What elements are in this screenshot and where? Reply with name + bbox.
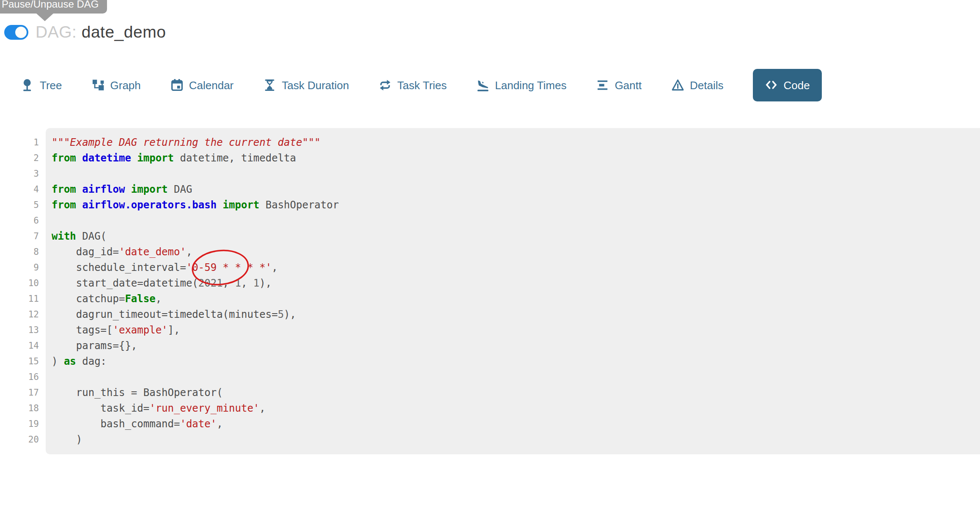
code-line: ) as dag: [52,354,980,369]
code-brackets-icon [765,79,778,92]
dag-header: DAG: date_demo [4,22,166,42]
line-number: 5 [0,197,46,213]
code-line: ) [52,432,980,448]
line-number: 13 [0,322,46,338]
dag-name: date_demo [82,23,166,41]
line-number: 4 [0,182,46,197]
code-line: dag_id='date_demo', [52,244,980,260]
tab-graph[interactable]: Graph [92,79,141,92]
code-line: with DAG( [52,229,980,244]
line-number: 17 [0,385,46,401]
code-line [52,166,980,182]
tab-label: Details [690,80,723,91]
pause-unpause-tooltip: Pause/Unpause DAG [0,0,107,14]
line-number: 14 [0,338,46,354]
code-line: params={}, [52,338,980,354]
code-line: task_id='run_every_minute', [52,401,980,416]
tab-details[interactable]: Details [671,79,723,92]
code-line: catchup=False, [52,291,980,307]
tooltip-arrow [36,14,53,21]
tab-label: Task Tries [397,80,447,91]
code-line [52,369,980,385]
tab-label: Code [783,80,810,91]
line-number: 6 [0,213,46,229]
line-number: 1 [0,135,46,150]
tab-landing-times[interactable]: Landing Times [476,79,566,92]
toggle-knob [15,27,27,38]
tab-task-duration[interactable]: Task Duration [263,79,349,92]
tab-label: Calendar [189,80,234,91]
code-line: tags=['example'], [52,322,980,338]
calendar-icon [170,79,184,92]
repeat-icon [379,79,392,92]
tab-calendar[interactable]: Calendar [170,79,234,92]
gantt-bars-icon [596,79,609,92]
line-number: 15 [0,354,46,369]
code-line: bash_command='date', [52,416,980,432]
tab-gantt[interactable]: Gantt [596,79,642,92]
code-line: dagrun_timeout=timedelta(minutes=5), [52,307,980,322]
line-number: 8 [0,244,46,260]
line-number: 11 [0,291,46,307]
graph-icon [92,79,105,92]
line-number: 3 [0,166,46,182]
tree-icon [21,79,34,92]
line-number: 20 [0,432,46,448]
tab-label: Landing Times [495,80,566,91]
hourglass-icon [263,79,276,92]
warning-triangle-icon [671,79,684,92]
source-code: """Example DAG returning the current dat… [46,128,980,454]
tab-label: Task Duration [282,80,349,91]
code-view: 1234567891011121314151617181920 """Examp… [0,128,980,454]
code-line: from airflow.operators.bash import BashO… [52,197,980,213]
line-number: 16 [0,369,46,385]
code-line: start_date=datetime(2021, 1, 1), [52,276,980,291]
line-number: 2 [0,150,46,166]
line-number: 19 [0,416,46,432]
pause-unpause-toggle[interactable] [4,25,28,40]
tab-label: Graph [110,80,141,91]
line-number: 7 [0,229,46,244]
line-number: 9 [0,260,46,276]
code-line: run_this = BashOperator( [52,385,980,401]
tab-label: Tree [40,80,62,91]
tab-tree[interactable]: Tree [21,79,62,92]
tab-task-tries[interactable]: Task Tries [379,79,447,92]
code-line: from datetime import datetime, timedelta [52,150,980,166]
plane-landing-icon [476,79,489,92]
code-line [52,213,980,229]
tab-label: Gantt [615,80,642,91]
line-number: 12 [0,307,46,322]
line-number-gutter: 1234567891011121314151617181920 [0,128,46,454]
tooltip-text: Pause/Unpause DAG [2,0,99,10]
line-number: 10 [0,276,46,291]
code-line: schedule_interval='0-59 * * * *', [52,260,980,276]
line-number: 18 [0,401,46,416]
dag-view-tabs: TreeGraphCalendarTask DurationTask Tries… [21,69,980,101]
code-line: """Example DAG returning the current dat… [52,135,980,150]
tab-code[interactable]: Code [753,69,821,101]
page-title: DAG: date_demo [36,23,166,41]
dag-label: DAG: [36,23,77,41]
code-line: from airflow import DAG [52,182,980,197]
